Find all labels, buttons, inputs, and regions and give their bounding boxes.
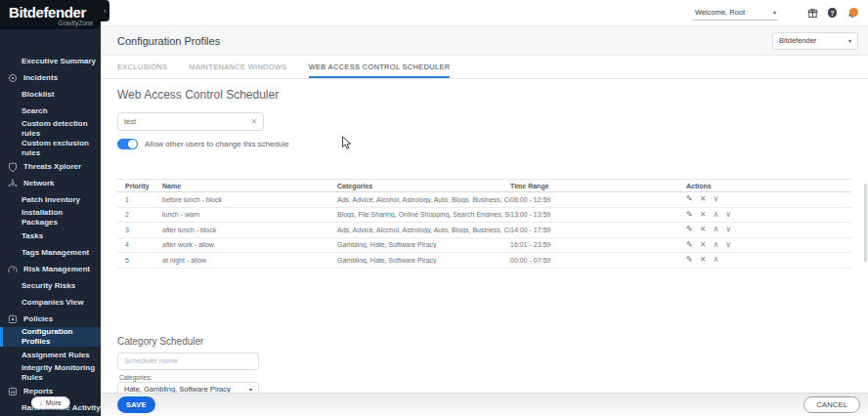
notifications-icon[interactable] bbox=[846, 8, 857, 19]
sidebar-item-search[interactable]: Search bbox=[0, 103, 101, 119]
sidebar-collapse-button[interactable]: ‹ bbox=[101, 0, 109, 21]
sidebar-item-label: Patch Inventory bbox=[22, 195, 80, 205]
sidebar-item-installation-packages[interactable]: Installation Packages bbox=[0, 208, 101, 228]
row-actions: ✎✕∧∨ bbox=[686, 241, 851, 249]
sidebar-item-label: Custom exclusion rules bbox=[22, 139, 101, 158]
chevron-down-icon: ▾ bbox=[773, 9, 776, 16]
scrollbar-thumb[interactable] bbox=[864, 184, 867, 262]
edit-icon[interactable]: ✎ bbox=[686, 256, 693, 264]
sidebar-item-configuration-profiles[interactable]: Configuration Profiles bbox=[0, 327, 101, 347]
tab-web-access-control-scheduler[interactable]: WEB ACCESS CONTROL SCHEDULER bbox=[309, 62, 451, 78]
sidebar-item-assignment-rules[interactable]: Assignment Rules bbox=[0, 347, 101, 363]
sidebar: Bitdefender GravityZone Executive Summar… bbox=[0, 0, 101, 416]
delete-icon[interactable]: ✕ bbox=[700, 226, 707, 233]
sidebar-item-threats-xplorer[interactable]: Threats Xplorer bbox=[0, 158, 101, 175]
sidebar-item-patch-inventory[interactable]: Patch Inventory bbox=[0, 191, 101, 208]
network-icon bbox=[8, 179, 18, 188]
table-row[interactable]: 3after lunch - blockAds, Advice, Alcohol… bbox=[117, 223, 851, 238]
sidebar-item-companies-view[interactable]: Companies View bbox=[0, 294, 101, 311]
move-down-icon[interactable]: ∨ bbox=[725, 226, 731, 233]
clear-icon[interactable]: ✕ bbox=[251, 117, 257, 126]
cell-name: at night - allow bbox=[162, 257, 337, 264]
tab-bar: EXCLUSIONSMAINTENANCE WINDOWSWEB ACCESS … bbox=[101, 56, 868, 79]
edit-icon[interactable]: ✎ bbox=[686, 211, 693, 219]
toggle-knob bbox=[128, 140, 137, 148]
move-up-icon[interactable]: ∧ bbox=[713, 256, 718, 264]
cell-priority: 2 bbox=[125, 211, 162, 218]
edit-icon[interactable]: ✎ bbox=[686, 241, 693, 249]
cell-time-range: 08:00 - 12:59 bbox=[510, 196, 686, 203]
save-button[interactable]: SAVE bbox=[117, 396, 155, 413]
company-selector-value: Bitdefender bbox=[779, 36, 816, 45]
user-menu[interactable]: Welcome, Root ▾ bbox=[692, 6, 778, 21]
delete-icon[interactable]: ✕ bbox=[700, 256, 707, 264]
toggle-row: Allow other users to change this schedul… bbox=[117, 139, 851, 149]
sidebar-item-label: Policies bbox=[23, 314, 53, 324]
reports-icon bbox=[8, 387, 18, 396]
delete-icon[interactable]: ✕ bbox=[700, 195, 707, 203]
cell-categories: Ads, Advice, Alcohol, Astrology, Auto, B… bbox=[337, 196, 510, 203]
sidebar-item-network[interactable]: Network bbox=[0, 175, 101, 191]
gift-icon[interactable] bbox=[807, 8, 818, 19]
edit-icon[interactable]: ✎ bbox=[686, 195, 693, 203]
sidebar-item-executive-summary[interactable]: Executive Summary bbox=[0, 53, 101, 69]
row-actions: ✎✕∧∨ bbox=[686, 211, 851, 219]
category-scheduler-heading: Category Scheduler bbox=[117, 336, 851, 347]
chevron-down-icon: ▾ bbox=[848, 37, 851, 44]
table-header-row: PriorityNameCategoriesTime RangeActions bbox=[117, 179, 851, 192]
table-row[interactable]: 5at night - allowGambling, Hate, Softwar… bbox=[117, 253, 851, 269]
sidebar-item-label: Custom detection rules bbox=[22, 119, 101, 139]
sidebar-item-custom-exclusion-rules[interactable]: Custom exclusion rules bbox=[0, 139, 101, 158]
delete-icon[interactable]: ✕ bbox=[700, 211, 707, 219]
sidebar-item-tasks[interactable]: Tasks bbox=[0, 228, 101, 244]
cancel-button[interactable]: CANCEL bbox=[803, 396, 860, 413]
search-input[interactable] bbox=[124, 117, 251, 126]
move-up-icon[interactable]: ∧ bbox=[713, 211, 718, 219]
tab-maintenance-windows[interactable]: MAINTENANCE WINDOWS bbox=[189, 62, 286, 78]
move-down-icon[interactable]: ∨ bbox=[725, 211, 731, 219]
help-icon[interactable]: ? bbox=[827, 8, 838, 19]
table-row[interactable]: 2lunch - warnBlogs, File Sharing, Online… bbox=[117, 208, 851, 224]
column-header-name: Name bbox=[162, 183, 337, 189]
move-down-icon[interactable]: ∨ bbox=[713, 195, 718, 203]
move-up-icon[interactable]: ∧ bbox=[713, 241, 718, 249]
cell-categories: Blogs, File Sharing, Online Shopping, Se… bbox=[337, 211, 510, 218]
sidebar-more-button[interactable]: ↓ More bbox=[30, 396, 69, 409]
move-up-icon[interactable]: ∧ bbox=[713, 226, 718, 233]
sidebar-item-risk-management[interactable]: Risk Management bbox=[0, 261, 101, 277]
brand-product: GravityZone bbox=[9, 20, 93, 26]
sidebar-item-label: Security Risks bbox=[22, 281, 75, 291]
down-arrow-icon: ↓ bbox=[39, 399, 43, 406]
sidebar-item-integrity-monitoring-rules[interactable]: Integrity Monitoring Rules bbox=[0, 363, 101, 383]
incidents-icon bbox=[8, 73, 18, 83]
cell-priority: 5 bbox=[125, 257, 162, 264]
sidebar-item-label: Executive Summary bbox=[22, 57, 96, 66]
tab-exclusions[interactable]: EXCLUSIONS bbox=[117, 62, 167, 78]
scheduler-name-input[interactable] bbox=[117, 353, 259, 370]
notification-badge bbox=[849, 8, 858, 17]
sidebar-item-security-risks[interactable]: Security Risks bbox=[0, 277, 101, 294]
welcome-text: Welcome, Root bbox=[695, 8, 745, 17]
sidebar-item-label: Tags Management bbox=[22, 248, 89, 258]
cell-time-range: 14:00 - 17:59 bbox=[510, 227, 686, 233]
row-actions: ✎✕∧ bbox=[686, 256, 851, 264]
mouse-cursor bbox=[341, 136, 352, 150]
table-row[interactable]: 1before lunch - blockAds, Advice, Alcoho… bbox=[117, 192, 851, 208]
edit-icon[interactable]: ✎ bbox=[686, 226, 693, 233]
sidebar-item-label: Installation Packages bbox=[22, 208, 101, 228]
company-selector[interactable]: Bitdefender ▾ bbox=[772, 32, 858, 50]
topbar-icons: ? bbox=[807, 8, 857, 19]
table-row[interactable]: 4after work - allowGambling, Hate, Softw… bbox=[117, 238, 851, 254]
sidebar-item-label: Integrity Monitoring Rules bbox=[22, 363, 101, 383]
sidebar-item-custom-detection-rules[interactable]: Custom detection rules bbox=[0, 119, 101, 139]
delete-icon[interactable]: ✕ bbox=[700, 241, 707, 249]
sidebar-item-label: Tasks bbox=[22, 231, 43, 241]
move-down-icon[interactable]: ∨ bbox=[725, 241, 731, 249]
page-header: Configuration Profiles Bitdefender ▾ bbox=[101, 26, 868, 56]
sidebar-item-tags-management[interactable]: Tags Management bbox=[0, 244, 101, 261]
sidebar-item-incidents[interactable]: Incidents bbox=[0, 69, 101, 86]
allow-users-toggle[interactable] bbox=[117, 139, 138, 149]
cell-categories: Ads, Advice, Alcohol, Astrology, Auto, B… bbox=[337, 227, 510, 233]
sidebar-item-policies[interactable]: Policies bbox=[0, 311, 101, 327]
sidebar-item-blocklist[interactable]: Blocklist bbox=[0, 86, 101, 103]
